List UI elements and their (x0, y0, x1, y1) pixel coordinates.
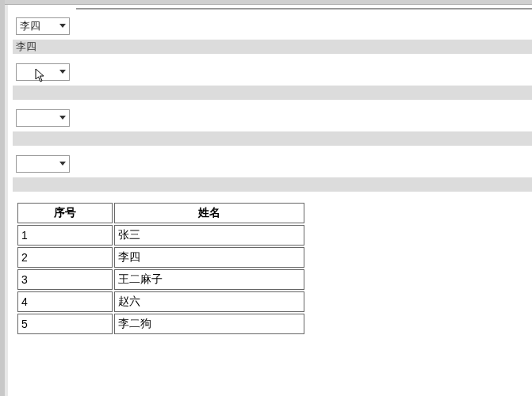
name-dropdown-2[interactable] (16, 63, 70, 81)
names-table: 序号 姓名 1 张三 2 李四 3 王二麻子 4 赵六 5 李二 (16, 201, 306, 336)
section-4 (13, 155, 532, 192)
dropdown-value: 李四 (20, 20, 53, 32)
chevron-down-icon (59, 70, 66, 74)
table-row: 2 李四 (17, 247, 304, 268)
chevron-down-icon (59, 24, 66, 28)
name-dropdown-3[interactable] (16, 109, 70, 127)
cell-index: 2 (17, 247, 113, 268)
cell-name: 赵六 (114, 291, 304, 312)
result-bar-1: 李四 (13, 40, 532, 54)
table-row: 1 张三 (17, 225, 304, 246)
window-top-border (0, 0, 532, 5)
cell-name: 李二狗 (114, 314, 304, 334)
cell-name: 王二麻子 (114, 269, 304, 290)
result-label: 李四 (16, 40, 36, 54)
table-row: 5 李二狗 (17, 314, 304, 334)
section-2 (13, 63, 532, 100)
table-header-row: 序号 姓名 (17, 203, 304, 223)
dropdown-value (20, 158, 33, 169)
dropdown-value (20, 66, 33, 78)
top-divider (76, 8, 532, 10)
result-bar-4 (13, 177, 532, 192)
table-row: 4 赵六 (17, 291, 304, 312)
table-row: 3 王二麻子 (17, 269, 304, 290)
dropdown-value (20, 112, 33, 124)
cell-index: 4 (17, 291, 113, 312)
cell-name: 李四 (114, 247, 304, 268)
window-left-inner (5, 5, 8, 396)
name-dropdown-4[interactable] (16, 155, 70, 173)
col-header-index: 序号 (17, 203, 113, 223)
table-body: 1 张三 2 李四 3 王二麻子 4 赵六 5 李二狗 (17, 225, 304, 334)
name-dropdown-1[interactable]: 李四 (16, 17, 70, 35)
cell-index: 3 (17, 269, 113, 290)
cell-name: 张三 (114, 225, 304, 246)
col-header-name: 姓名 (114, 203, 304, 223)
section-1: 李四 李四 (13, 17, 532, 54)
cell-index: 5 (17, 314, 113, 334)
result-bar-2 (13, 86, 532, 100)
chevron-down-icon (59, 162, 66, 166)
chevron-down-icon (59, 116, 66, 120)
cell-index: 1 (17, 225, 113, 246)
section-3 (13, 109, 532, 146)
content-area: 李四 李四 (13, 8, 532, 336)
result-bar-3 (13, 131, 532, 146)
